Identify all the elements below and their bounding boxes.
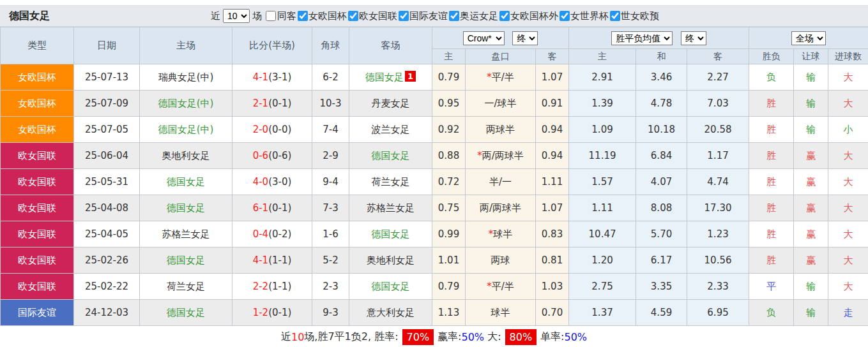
competition-filter[interactable]: 国际友谊 (397, 10, 448, 22)
avg-home-odds: 2.91 (569, 64, 636, 91)
away-team[interactable]: 奥地利女足 (367, 255, 415, 266)
goals-cell: 大 (828, 221, 868, 247)
home-team[interactable]: 德国女足 (140, 169, 232, 195)
full-score: 4-0 (253, 176, 269, 188)
away-cell: 苏格兰女足 (349, 195, 432, 221)
corner-score: 7-3 (312, 195, 349, 221)
home-team[interactable]: 德国女足(中) (140, 117, 232, 143)
odds-company-select[interactable]: Crow* (463, 31, 505, 45)
score-cell: 4-1(1-1) (232, 247, 312, 274)
avg-draw-odds: 10.18 (636, 117, 687, 143)
match-date: 25-07-05 (74, 117, 140, 143)
competition-label: 国际友谊 (409, 10, 448, 22)
competition-checkbox[interactable] (449, 11, 459, 21)
result-cell: 负 (749, 300, 794, 326)
goals-cell: 大 (828, 91, 868, 117)
big-rate-badge: 80% (505, 329, 537, 345)
corner-score: 10-3 (312, 91, 349, 117)
goals-cell: 走 (828, 300, 868, 326)
competition-badge: 欧女国联 (1, 221, 74, 247)
home-team[interactable]: 德国女足(中) (140, 91, 232, 117)
competition-filter[interactable]: 女欧国杯 (296, 10, 347, 22)
competition-checkbox[interactable] (348, 11, 358, 21)
competition-checkbox[interactable] (298, 11, 308, 21)
ah-home-odds: 0.88 (432, 143, 466, 169)
handicap-line: 半/一 (489, 176, 512, 188)
away-team[interactable]: 德国女足 (372, 150, 410, 161)
match-history-table: 类型 日期 主场 比分(半场) 角球 客场 Crow* 终 胜平负均值 终 全场… (0, 27, 868, 326)
footer-big-label: 大: (487, 330, 501, 344)
away-rank-badge: 1 (405, 71, 416, 82)
ah-away-odds: 1.07 (536, 195, 569, 221)
away-cell: 德国女足 (349, 221, 432, 247)
match-date: 25-06-04 (74, 143, 140, 169)
avg-draw-odds: 3.35 (636, 274, 687, 300)
competition-label: 女欧国杯 (308, 10, 347, 22)
competition-label: 奥运女足 (460, 10, 498, 22)
table-row: 女欧国杯 25-07-05 德国女足(中) 2-0(0-0) 7-4 波兰女足 … (1, 117, 868, 143)
competition-checkbox[interactable] (610, 11, 620, 21)
score-cell: 4-0(3-0) (232, 169, 312, 195)
competition-checkbox[interactable] (560, 11, 570, 21)
home-team[interactable]: 奥地利女足 (140, 143, 232, 169)
subcol-avg-home: 主 (569, 49, 636, 64)
home-team[interactable]: 苏格兰女足 (140, 221, 232, 247)
avg-period-select[interactable]: 终 (681, 31, 706, 45)
col-header-home: 主场 (140, 27, 232, 64)
ah-home-odds: 0.79 (432, 274, 466, 300)
table-row: 欧女国联 25-06-04 奥地利女足 0-6(0-6) 2-9 德国女足 0.… (1, 143, 868, 169)
away-cell: 荷兰女足 (349, 169, 432, 195)
handicap-line: 一/球半 (484, 98, 516, 109)
full-score: 4-1 (253, 71, 269, 83)
avg-away-odds: 4.74 (687, 169, 749, 195)
home-team[interactable]: 德国女足 (140, 300, 232, 326)
avg-home-odds: 11.19 (569, 143, 636, 169)
scope-select[interactable]: 全场 (791, 31, 826, 45)
handicap-line: 球半 (491, 307, 510, 318)
avg-home-odds: 1.11 (569, 195, 636, 221)
competition-filter[interactable]: 奥运女足 (448, 10, 498, 22)
away-team[interactable]: 意大利女足 (367, 307, 415, 318)
away-team[interactable]: 丹麦女足 (372, 98, 410, 109)
footer-prefix: 近 (281, 330, 291, 344)
near-count-select[interactable]: 10 (223, 9, 250, 23)
competition-checkbox[interactable] (399, 11, 409, 21)
away-team[interactable]: 德国女足 (372, 281, 410, 292)
competition-filter[interactable]: 世女欧预 (609, 10, 659, 22)
odds-period-select[interactable]: 终 (512, 31, 538, 45)
score-cell: 2-2(1-1) (232, 274, 312, 300)
result-cell: 胜 (749, 91, 794, 117)
avg-home-odds: 1.39 (569, 91, 636, 117)
avg-type-select[interactable]: 胜平负均值 (611, 31, 673, 45)
competition-badge: 国际友谊 (1, 300, 74, 326)
half-score: (0-1) (268, 98, 291, 109)
home-team[interactable]: 德国女足 (140, 195, 232, 221)
full-score: 4-1 (253, 255, 269, 266)
ah-line-cell: *平/半 (466, 64, 536, 91)
avg-draw-odds: 3.46 (636, 64, 687, 91)
handicap-result-cell: 输 (794, 274, 828, 300)
same-venue-checkbox[interactable] (266, 11, 276, 21)
avg-away-odds: 2.33 (687, 274, 749, 300)
competition-filter[interactable]: 欧女国联 (347, 10, 397, 22)
half-score: (0-1) (268, 307, 291, 318)
competition-filter[interactable]: 女世界杯 (558, 10, 609, 22)
home-team[interactable]: 荷兰女足 (140, 274, 232, 300)
home-team[interactable]: 德国女足 (140, 247, 232, 274)
subcol-goals: 进球数 (828, 49, 868, 64)
full-score: 2-0 (253, 124, 269, 135)
half-score: (0-6) (268, 150, 291, 161)
away-cell: 波兰女足 (349, 117, 432, 143)
avg-away-odds: 1.17 (687, 143, 749, 169)
away-team[interactable]: 德国女足 (365, 71, 404, 83)
away-team[interactable]: 德国女足 (372, 228, 410, 240)
home-team[interactable]: 瑞典女足(中) (140, 64, 232, 91)
competition-filter[interactable]: 女欧国杯外 (498, 10, 558, 22)
subcol-avg-away: 客 (687, 49, 749, 64)
competition-checkbox[interactable] (499, 11, 510, 21)
ah-home-odds: 1.13 (432, 300, 466, 326)
away-team[interactable]: 苏格兰女足 (367, 202, 415, 214)
ah-home-odds: 0.95 (432, 91, 466, 117)
away-team[interactable]: 荷兰女足 (372, 176, 410, 188)
away-team[interactable]: 波兰女足 (372, 124, 410, 135)
